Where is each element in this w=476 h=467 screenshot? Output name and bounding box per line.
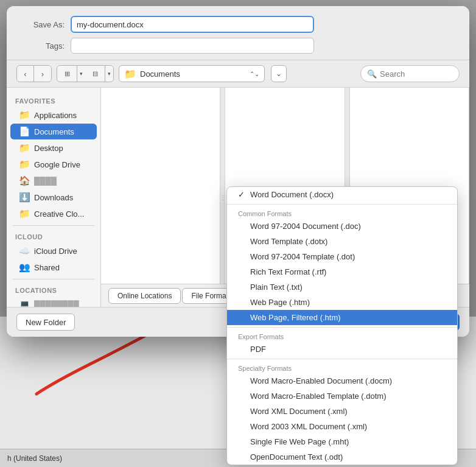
sidebar-divider-icloud — [13, 225, 94, 226]
dropdown-item-odt[interactable]: OpenDocument Text (.odt) — [227, 449, 457, 465]
folder-icon: 📁 — [124, 68, 136, 80]
column-view-dropdown[interactable]: ▾ — [77, 66, 85, 82]
new-folder-button[interactable]: New Folder — [16, 314, 75, 331]
dropdown-divider-2 — [227, 327, 457, 328]
dropdown-item-docm[interactable]: Word Macro-Enabled Document (.docm) — [227, 373, 457, 388]
creative-icon: 📁 — [19, 208, 30, 219]
dropdown-item-dot[interactable]: Word 97-2004 Template (.dot) — [227, 249, 457, 264]
dropdown-item-doc[interactable]: Word 97-2004 Document (.doc) — [227, 219, 457, 234]
google-drive-icon: 📁 — [19, 159, 30, 170]
sidebar-item-label: Desktop — [34, 144, 63, 153]
expand-button[interactable]: ⌄ — [271, 65, 287, 82]
device-icon: 💻 — [19, 299, 30, 307]
sidebar-item-label: Applications — [34, 111, 77, 120]
specialty-formats-label: Specialty Formats — [227, 361, 457, 373]
search-icon: 🔍 — [367, 69, 377, 79]
locations-section: Locations — [7, 283, 100, 296]
dropdown-item-xml-2003[interactable]: Word 2003 XML Document (.xml) — [227, 419, 457, 434]
location-selector[interactable]: 📁 Documents ⌃⌄ — [119, 65, 265, 82]
forward-button[interactable]: › — [34, 66, 51, 82]
dropdown-divider-1 — [227, 204, 457, 205]
shared-icon: 👥 — [19, 262, 30, 273]
sidebar-item-label: Creative Clo... — [34, 209, 84, 219]
sidebar: Favorites 📁 Applications 📄 Documents 📁 D… — [7, 88, 101, 307]
downloads-icon: ⬇️ — [19, 192, 30, 203]
sidebar-item-label: Documents — [34, 127, 74, 136]
sidebar-item-documents[interactable]: 📄 Documents — [10, 124, 97, 139]
dropdown-divider-3 — [227, 359, 457, 359]
export-formats-label: Export Formats — [227, 329, 457, 342]
home-icon: 🏠 — [19, 175, 30, 186]
grid-view-dropdown[interactable]: ▾ — [105, 66, 113, 82]
search-input[interactable] — [380, 69, 453, 79]
sidebar-item-downloads[interactable]: ⬇️ Downloads — [10, 189, 97, 205]
filename-input[interactable] — [71, 16, 314, 33]
tags-input[interactable] — [71, 38, 314, 54]
sidebar-item-label: ████████ — [34, 300, 79, 307]
column-view-button[interactable]: ⊞ — [57, 66, 77, 82]
column-pane-1 — [101, 88, 220, 307]
dropdown-item-mht[interactable]: Single File Web Page (.mht) — [227, 434, 457, 449]
dropdown-item-xml[interactable]: Word XML Document (.xml) — [227, 404, 457, 419]
dropdown-item-rtf[interactable]: Rich Text Format (.rtf) — [227, 264, 457, 279]
favorites-section: Favorites — [7, 94, 100, 107]
sidebar-item-google-drive[interactable]: 📁 Google Drive — [10, 156, 97, 172]
check-icon: ✓ — [238, 190, 247, 199]
sidebar-item-label: ████ — [34, 177, 57, 186]
sidebar-item-label: Google Drive — [34, 160, 80, 169]
back-button[interactable]: ‹ — [17, 66, 34, 82]
sidebar-item-device[interactable]: 💻 ████████ — [10, 297, 97, 307]
format-dropdown: ✓ Word Document (.docx) Common Formats W… — [226, 186, 458, 465]
dropdown-item-htm[interactable]: Web Page (.htm) — [227, 295, 457, 310]
dropdown-item-dotx[interactable]: Word Template (.dotx) — [227, 234, 457, 249]
resize-handle-1[interactable]: ⋮ — [220, 88, 225, 307]
sidebar-divider-locations — [13, 279, 94, 279]
desktop-icon: 📁 — [19, 142, 30, 153]
sidebar-item-desktop[interactable]: 📁 Desktop — [10, 140, 97, 156]
dropdown-item-htm-filtered[interactable]: Web Page, Filtered (.htm) — [227, 310, 457, 325]
icloud-section: iCloud — [7, 230, 100, 242]
nav-button-group: ‹ › — [16, 65, 52, 82]
sidebar-item-shared[interactable]: 👥 Shared — [10, 259, 97, 275]
sidebar-item-creative[interactable]: 📁 Creative Clo... — [10, 206, 97, 222]
view-button-group: ⊞ ▾ ⊟ ▾ — [57, 65, 114, 82]
sidebar-item-label: Downloads — [34, 193, 73, 202]
location-chevron: ⌃⌄ — [250, 71, 259, 77]
applications-icon: 📁 — [19, 110, 30, 121]
tags-label: Tags: — [19, 41, 65, 51]
sidebar-item-home[interactable]: 🏠 ████ — [10, 173, 97, 189]
common-formats-label: Common Formats — [227, 206, 457, 219]
sidebar-item-icloud-drive[interactable]: ☁️ iCloud Drive — [10, 243, 97, 259]
dialog-header: Save As: Tags: — [7, 6, 469, 60]
sidebar-item-applications[interactable]: 📁 Applications — [10, 107, 97, 123]
status-text: h (United States) — [7, 454, 62, 463]
location-name: Documents — [140, 69, 246, 79]
save-as-label: Save As: — [19, 20, 65, 29]
tab-online-locations[interactable]: Online Locations — [108, 288, 181, 304]
toolbar-row: ‹ › ⊞ ▾ ⊟ ▾ 📁 Documents ⌃⌄ ⌄ 🔍 — [7, 60, 469, 88]
sidebar-item-label: iCloud Drive — [34, 247, 77, 256]
dropdown-item-dotm[interactable]: Word Macro-Enabled Template (.dotm) — [227, 388, 457, 404]
dropdown-item-pdf[interactable]: PDF — [227, 342, 457, 357]
icloud-drive-icon: ☁️ — [19, 245, 30, 256]
dropdown-item-docx[interactable]: ✓ Word Document (.docx) — [227, 187, 457, 202]
sidebar-item-label: Shared — [34, 263, 60, 272]
documents-icon: 📄 — [19, 126, 30, 137]
dropdown-item-txt[interactable]: Plain Text (.txt) — [227, 279, 457, 295]
search-box: 🔍 — [360, 65, 460, 82]
grid-view-button[interactable]: ⊟ — [85, 66, 105, 82]
